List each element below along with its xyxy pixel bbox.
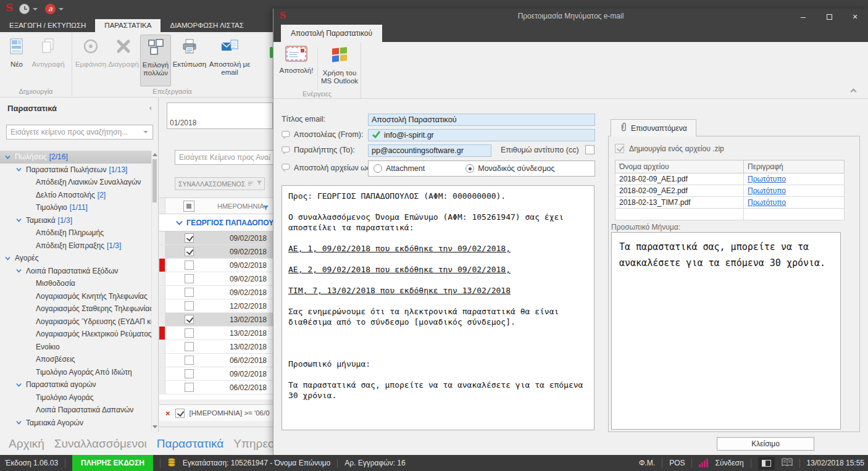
minimize-button[interactable]: –	[793, 9, 814, 25]
group-collapse-icon[interactable]	[176, 220, 183, 225]
select-all-checkbox[interactable]	[183, 201, 194, 212]
tree-item[interactable]: Δελτίο Αποστολής[2]	[0, 189, 152, 202]
book-icon[interactable]	[782, 458, 793, 469]
row-checkbox[interactable]	[185, 369, 194, 378]
tab-documents[interactable]: ΠΑΡΑΣΤΑΤΙΚΑ	[95, 19, 161, 32]
cc-checkbox[interactable]	[585, 145, 595, 154]
tree-item[interactable]: Απόδειξη Είσπραξης[1/3]	[0, 240, 152, 252]
maximize-button[interactable]	[819, 9, 840, 25]
chevron-down-icon[interactable]	[33, 8, 38, 10]
quick-access-gauge-icon[interactable]	[19, 4, 30, 14]
email-body-preview[interactable]: Προς: ΓΕΩΡΓΙΟΣ ΠΑΠΑΔΟΠΟΥΛΟΣ (ΑΦΜ: 000000…	[282, 185, 595, 430]
tree-item[interactable]: Μισθοδοσία	[0, 277, 152, 290]
table-row[interactable]: 06/02/2018	[159, 354, 273, 367]
row-checkbox[interactable]	[185, 247, 194, 256]
unique-link-radio[interactable]	[465, 164, 474, 173]
scroll-up-icon[interactable]	[152, 153, 157, 156]
sidebar-scrollbar[interactable]	[151, 151, 157, 431]
expand-icon[interactable]	[16, 420, 22, 425]
pos-indicator[interactable]: POS	[669, 459, 685, 467]
tree-item[interactable]: Λοιπά Παραστατικά Εξόδων	[0, 265, 152, 278]
date-column-header[interactable]: ΗΜΕΡΟΜΗΝΙΑ	[217, 202, 264, 210]
close-window-button[interactable]: ×	[845, 9, 866, 25]
table-row[interactable]: 09/02/2018	[159, 231, 273, 245]
subject-field[interactable]: Αποστολή Παραστατικού	[368, 114, 595, 126]
table-row[interactable]: 12/02/2018	[159, 299, 273, 313]
expand-icon[interactable]	[5, 256, 10, 261]
tree-item[interactable]: Τιμολόγιο[1/11]	[0, 201, 152, 214]
row-checkbox[interactable]	[185, 328, 194, 338]
chevron-down-icon[interactable]	[59, 8, 64, 10]
group-by-chip[interactable]: ΣΥΝΑΛΛΑΣΣΟΜΕΝΟΣ	[175, 177, 265, 190]
table-row[interactable]: 13/02/2018	[159, 327, 273, 340]
zip-checkbox[interactable]	[615, 144, 624, 153]
new-button[interactable]: Νέο	[2, 35, 31, 86]
tree-item[interactable]: Λοιπά Παραστατικά Δαπανών	[0, 404, 152, 417]
table-row[interactable]: 13/02/2018	[159, 313, 273, 327]
delete-button[interactable]: Διαγραφή	[107, 35, 140, 86]
tree-item[interactable]: Απόδειξη Πληρωμής	[0, 227, 152, 240]
tab-attachments[interactable]: Επισυναπτόμενα	[611, 119, 696, 136]
tree-item[interactable]: Τιμολόγιο Αγοράς	[0, 391, 152, 404]
table-row[interactable]: 13/02/2018	[159, 340, 273, 354]
filter-expression[interactable]: [ΗΜΕΡΟΜΗΝΙΑ] >= '06/0	[190, 409, 270, 417]
tree-item[interactable]: Τιμολόγιο Αγοράς Από Ιδιώτη	[0, 366, 152, 379]
attachment-link[interactable]: Πρωτότυπο	[748, 175, 786, 183]
period-filter-box[interactable]: 01/2018	[167, 102, 273, 129]
theme-icon[interactable]: a	[45, 4, 56, 14]
send-email-button[interactable]: Αποστολή με email	[208, 35, 251, 86]
send-button[interactable]: Αποστολή!	[278, 46, 314, 75]
col-filename[interactable]: Όνομα αρχείου	[616, 160, 744, 173]
tree-item[interactable]: Αποσβέσεις	[0, 353, 152, 366]
table-row[interactable]: 09/02/2018	[159, 286, 273, 299]
tree-item[interactable]: Παραστατικά αγορών	[0, 378, 152, 391]
expand-icon[interactable]	[5, 155, 10, 159]
table-row[interactable]: 06/02/2018	[159, 381, 273, 394]
close-dialog-button[interactable]: Κλείσιμο	[717, 437, 814, 451]
remove-filter-icon[interactable]: ×	[165, 409, 170, 418]
expand-icon[interactable]	[16, 167, 22, 172]
table-row[interactable]: 09/02/2018	[159, 259, 273, 272]
nav-item[interactable]: Συναλλασσόμενοι	[54, 437, 147, 451]
row-checkbox[interactable]	[185, 315, 194, 324]
grid-group-row[interactable]: ΓΕΩΡΓΙΟΣ ΠΑΠΑΔΟΠΟΥΛΟΣ	[159, 214, 273, 231]
tree-item[interactable]: Λογαριασμός Ύδρευσης (ΕΥΔΑΠ κοκ)	[0, 315, 152, 328]
copy-button[interactable]: Αντιγραφή	[31, 35, 65, 86]
tree-item[interactable]: Ενοίκιο	[0, 341, 152, 354]
collapse-sidebar-icon[interactable]: ‹	[149, 103, 152, 112]
expand-icon[interactable]	[16, 218, 22, 222]
row-checkbox[interactable]	[185, 233, 194, 243]
tree-item[interactable]: Λογαριασμός Σταθερης Τηλεφωνίας	[0, 302, 152, 315]
tree-item[interactable]: Αγορές	[0, 252, 152, 265]
tree-item[interactable]: Απόδειξη Λιανικών Συναλλαγών	[0, 176, 152, 189]
print-button[interactable]: Εκτύπωση	[171, 35, 208, 86]
nav-item[interactable]: Παραστατικά	[157, 437, 223, 451]
nav-item[interactable]: Υπηρεσίες	[233, 437, 273, 451]
tab-send-document[interactable]: Αποστολή Παραστατικού	[281, 25, 382, 42]
row-checkbox[interactable]	[185, 288, 194, 297]
table-row[interactable]: 09/02/2018	[159, 245, 273, 259]
col-description[interactable]: Περιγραφή	[744, 160, 845, 173]
outlook-button[interactable]: Χρήση του MS Outlook	[320, 46, 359, 86]
filter-enabled-checkbox[interactable]	[175, 409, 185, 418]
from-field[interactable]: info@i-spirit.gr	[368, 129, 595, 141]
row-checkbox[interactable]	[185, 356, 194, 365]
connection-label[interactable]: Σύνδεση	[715, 459, 743, 467]
tree-item[interactable]: Πωλήσεις[2/16]	[0, 151, 152, 164]
expand-icon[interactable]	[16, 269, 22, 273]
show-button[interactable]: Εμφάνιση	[75, 35, 107, 86]
attachment-radio[interactable]	[373, 164, 382, 173]
tree-item[interactable]: Παραστατικά Πωλήσεων[1/13]	[0, 164, 152, 177]
row-checkbox[interactable]	[185, 261, 194, 270]
scroll-down-icon[interactable]	[152, 425, 157, 428]
collapse-ribbon-icon[interactable]	[851, 88, 857, 93]
tree-item[interactable]: Λογαριασμός Κινητής Τηλεφωνίας	[0, 290, 152, 303]
column-filter-icon[interactable]	[262, 203, 269, 214]
scrollbar-thumb[interactable]	[152, 159, 157, 202]
row-checkbox[interactable]	[185, 274, 194, 283]
table-row[interactable]: 09/02/2018	[159, 272, 273, 286]
chevron-down-icon[interactable]	[143, 131, 148, 133]
multi-select-button[interactable]: Επιλογή πολλών	[140, 35, 171, 86]
expand-icon[interactable]	[16, 383, 22, 387]
tab-list-layout[interactable]: ΔΙΑΜΟΡΦΩΣΗ ΛΙΣΤΑΣ	[161, 19, 252, 32]
